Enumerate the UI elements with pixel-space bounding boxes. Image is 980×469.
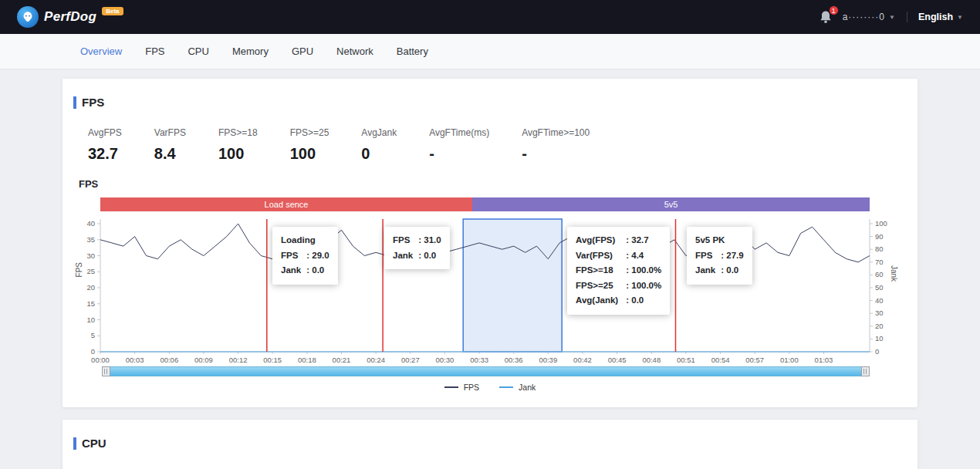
svg-text:00:42: 00:42 <box>573 356 592 364</box>
perfdog-dog-icon <box>17 6 39 28</box>
legend-label: Jank <box>519 383 536 392</box>
svg-text:5: 5 <box>91 331 95 339</box>
stat-label: AvgFPS <box>88 127 122 138</box>
scrollbar-handle-right[interactable] <box>861 366 870 376</box>
tooltip-row-label: Avg(FPS) <box>576 233 623 248</box>
svg-text:20: 20 <box>86 283 95 292</box>
scene-bar: Load sence5v5 <box>100 197 870 211</box>
stat-avgftime-ms-: AvgFTime(ms)- <box>429 127 489 163</box>
beta-badge: Beta <box>102 7 123 15</box>
stat-value: 100 <box>218 145 258 163</box>
tooltip-row-label: Jank <box>281 263 304 278</box>
tooltip-row: Var(FPS) : 4.4 <box>576 248 661 264</box>
tab-gpu[interactable]: GPU <box>292 46 313 57</box>
tooltip-row-value: 0.0 <box>631 295 644 305</box>
svg-text:00:03: 00:03 <box>126 356 144 364</box>
svg-text:00:30: 00:30 <box>436 356 455 364</box>
tooltip-row-label: Var(FPS) <box>576 248 623 264</box>
svg-text:35: 35 <box>86 235 95 244</box>
svg-text:00:18: 00:18 <box>298 356 316 364</box>
account-menu[interactable]: a········0 ▼ <box>843 12 896 22</box>
tooltip-row: Jank : 0.0 <box>281 263 329 278</box>
svg-text:60: 60 <box>875 270 884 278</box>
tab-memory[interactable]: Memory <box>232 46 269 57</box>
svg-text:0: 0 <box>875 347 879 356</box>
stat-label: VarFPS <box>154 127 186 138</box>
legend-item-fps[interactable]: FPS <box>444 383 479 392</box>
tab-network[interactable]: Network <box>336 46 373 57</box>
svg-text:00:48: 00:48 <box>642 356 661 364</box>
fps-chart-plot[interactable]: 0510152025303540010203040506070809010000… <box>63 214 917 369</box>
stat-label: FPS>=18 <box>218 127 258 138</box>
chevron-down-icon: ▼ <box>957 14 963 21</box>
svg-text:30: 30 <box>875 309 884 317</box>
tooltip-row: FPS : 29.0 <box>281 248 329 264</box>
tooltip-row: FPS>=18 : 100.0% <box>576 263 661 278</box>
tooltip-row: Jank : 0.0 <box>393 248 441 264</box>
tooltip-row-separator: : <box>304 265 312 275</box>
svg-text:50: 50 <box>875 283 884 292</box>
svg-text:00:33: 00:33 <box>470 356 488 364</box>
language-menu[interactable]: English ▼ <box>918 12 963 22</box>
topbar-right: 1 a········0 ▼ English ▼ <box>819 10 963 24</box>
svg-text:00:36: 00:36 <box>505 356 523 364</box>
fps-section-title: FPS <box>82 96 104 109</box>
svg-text:90: 90 <box>875 232 884 241</box>
tooltip-row-label: FPS <box>695 248 718 264</box>
tooltip-row-value: 31.0 <box>424 235 441 245</box>
topbar: PerfDog Beta 1 a········0 ▼ English ▼ <box>0 0 980 34</box>
tooltip-row-value: 4.4 <box>631 251 644 260</box>
tooltip-row-label: Jank <box>393 248 416 264</box>
tooltip-row-separator: : <box>623 251 631 260</box>
svg-text:00:12: 00:12 <box>229 356 248 364</box>
svg-text:20: 20 <box>875 322 884 330</box>
section-accent-bar <box>73 437 76 450</box>
svg-text:25: 25 <box>86 267 95 275</box>
fps-stats-row: AvgFPS32.7VarFPS8.4FPS>=18100FPS>=25100A… <box>88 127 917 163</box>
stat-avgftime-100: AvgFTime>=100- <box>522 127 590 163</box>
tooltip-row: Avg(FPS) : 32.7 <box>576 233 661 248</box>
tab-fps[interactable]: FPS <box>145 46 164 57</box>
nav-tabs: OverviewFPSCPUMemoryGPUNetworkBattery <box>0 34 980 69</box>
scene-marker-2: 5v5 <box>472 197 870 211</box>
svg-text:0: 0 <box>91 347 95 356</box>
stat-value: - <box>429 145 489 163</box>
legend-item-jank[interactable]: Jank <box>499 383 536 392</box>
tab-overview[interactable]: Overview <box>80 46 122 57</box>
cpu-section-title: CPU <box>82 437 106 450</box>
chart-scrollbar[interactable] <box>102 366 870 376</box>
stat-label: AvgFTime(ms) <box>429 127 489 138</box>
stat-avgjank: AvgJank0 <box>361 127 397 163</box>
tooltip-row-value: 100.0% <box>631 281 661 290</box>
tooltip-row-label: FPS <box>393 233 416 248</box>
scrollbar-handle-left[interactable] <box>102 366 110 376</box>
svg-text:00:06: 00:06 <box>160 356 178 364</box>
tooltip-3: Avg(FPS) : 32.7Var(FPS) : 4.4FPS>=18 : 1… <box>567 227 670 315</box>
tooltip-row-value: 29.0 <box>312 251 329 260</box>
tab-battery[interactable]: Battery <box>397 46 428 57</box>
section-accent-bar <box>73 96 76 109</box>
notifications-button[interactable]: 1 <box>819 10 832 24</box>
tooltip-row-value: 0.0 <box>312 265 324 275</box>
stat-label: FPS>=25 <box>290 127 329 138</box>
svg-text:40: 40 <box>86 219 95 228</box>
right-axis-title: Jank <box>890 265 898 282</box>
stat-label: AvgFTime>=100 <box>522 127 590 138</box>
tooltip-row-separator: : <box>623 235 631 245</box>
stat-value: 100 <box>290 145 329 163</box>
brand-name: PerfDog <box>44 9 96 25</box>
cpu-card: CPU AvgTotal(%)AvgTotal<=60%AvgAPP(%)Avg… <box>63 420 917 469</box>
tooltip-row: Jank : 0.0 <box>695 263 744 278</box>
tab-cpu[interactable]: CPU <box>188 46 208 57</box>
svg-text:40: 40 <box>875 296 884 305</box>
tooltip-row-value: 0.0 <box>726 265 738 275</box>
divider <box>907 12 907 22</box>
language-label: English <box>918 12 953 22</box>
svg-text:00:24: 00:24 <box>367 356 385 364</box>
tooltip-row-label: Jank <box>695 263 718 278</box>
svg-text:00:39: 00:39 <box>539 356 557 364</box>
fps-section-header: FPS <box>63 79 917 109</box>
tooltip-row-separator: : <box>304 251 312 260</box>
cpu-section-header: CPU <box>63 420 917 450</box>
scene-marker-1: Load sence <box>100 197 472 211</box>
